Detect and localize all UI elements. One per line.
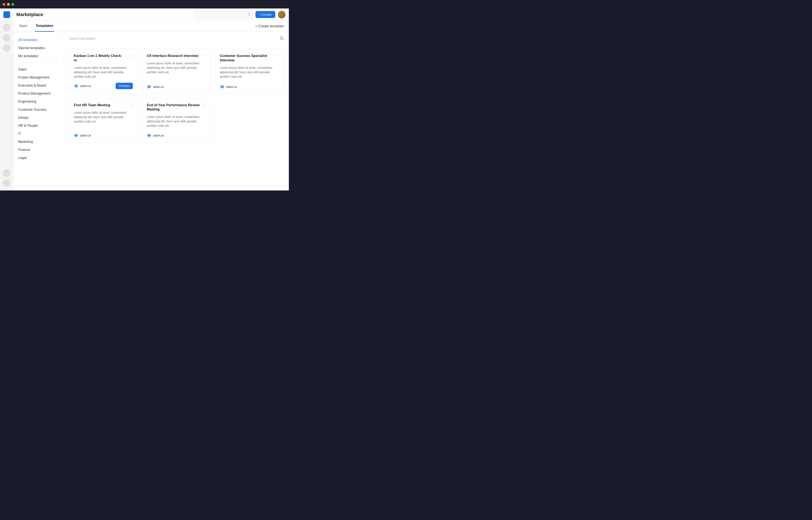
tab-apps[interactable]: Apps (18, 21, 28, 32)
app-logo[interactable] (3, 11, 10, 18)
brand-name-5: adam.ai (153, 134, 164, 137)
tabs-list: Apps Templates (18, 21, 54, 32)
logo-icon (4, 11, 10, 18)
sidebar-category-product[interactable]: Product Management (13, 89, 64, 98)
top-navigation: › Marketplace + Create (0, 8, 289, 21)
brand-name-2: adam.ai (153, 85, 164, 88)
sidebar-item-my-templates[interactable]: My templates (13, 52, 64, 60)
card-footer-4: adam.ai (74, 133, 133, 138)
brand-logo-1 (74, 84, 79, 88)
card-header-4: First HR Team Meeting ··· (74, 103, 133, 107)
card-footer-3: adam.ai (220, 84, 279, 89)
sidebar-category-it[interactable]: IT (13, 130, 64, 138)
template-card-4: First HR Team Meeting ··· Lorem ipsum do… (69, 98, 138, 142)
svg-line-6 (282, 39, 284, 40)
card-header-2: UX Interface Research Interview ··· (147, 54, 206, 58)
global-search-input[interactable] (194, 11, 253, 19)
close-button[interactable] (3, 3, 5, 6)
minimize-button[interactable] (7, 3, 10, 6)
more-options-icon-4[interactable]: ··· (130, 103, 133, 107)
maximize-button[interactable] (11, 3, 14, 6)
templates-sidebar: All templates Starred templates My templ… (13, 32, 64, 190)
card-title-row-3: Customer Success Specialist Interview (220, 54, 276, 63)
brand-logo-5 (147, 133, 151, 138)
card-description-1: Lorem ipsum dolor sit amet, consectetur … (74, 66, 133, 79)
more-options-icon-1[interactable]: ··· (130, 54, 133, 58)
left-sidebar (0, 21, 13, 190)
star-icon-1[interactable]: ☆ (126, 56, 130, 60)
avatar[interactable] (278, 11, 285, 19)
breadcrumb-chevron: › (13, 13, 14, 17)
tab-templates[interactable]: Templates (35, 21, 54, 32)
card-title-row-1: Kanban 1-on-1 Weekly Check-in ☆ (74, 54, 130, 63)
svg-line-4 (250, 15, 251, 16)
page-title: Marketplace (16, 12, 191, 17)
search-container (194, 11, 253, 19)
card-brand-5: adam.ai (147, 133, 164, 138)
brand-logo-3 (220, 84, 225, 89)
more-options-icon-5[interactable]: ··· (203, 103, 206, 107)
sidebar-category-customer-success[interactable]: Customer Success (13, 106, 64, 114)
sidebar-category-project[interactable]: Project Management (13, 73, 64, 81)
template-card-5: End of Year Performance Review Meeting ·… (142, 98, 211, 142)
svg-point-3 (248, 13, 250, 15)
card-title-3: Customer Success Specialist Interview (220, 54, 276, 63)
card-footer-2: adam.ai (147, 84, 206, 89)
create-button[interactable]: + Create (255, 11, 275, 18)
preview-button-1[interactable]: Preview (116, 83, 133, 89)
card-title-5: End of Year Performance Review Meeting (147, 103, 202, 112)
sidebar-category-design[interactable]: Design (13, 114, 64, 122)
sidebar-category-marketing[interactable]: Marketing (13, 138, 64, 146)
sidebar-category-engineering[interactable]: Engineering (13, 98, 64, 106)
sidebar-item-starred-templates[interactable]: Starred templates (13, 44, 64, 52)
sidebar-category-sales[interactable]: Sales (13, 66, 64, 73)
brand-name-4: adam.ai (80, 134, 91, 137)
card-footer-5: adam.ai (147, 133, 206, 138)
more-options-icon-3[interactable]: ··· (276, 54, 279, 58)
card-header-1: Kanban 1-on-1 Weekly Check-in ☆ ··· (74, 54, 133, 63)
card-description-3: Lorem ipsum dolor sit amet, consectetur … (220, 66, 279, 79)
create-template-button[interactable]: + Create template (255, 24, 284, 28)
sidebar-nav-icon-5[interactable] (3, 180, 10, 187)
card-brand-2: adam.ai (147, 84, 164, 89)
more-options-icon-2[interactable]: ··· (203, 54, 206, 58)
card-brand-4: adam.ai (74, 133, 91, 138)
card-brand-1: adam.ai (74, 84, 91, 88)
content-area: Apps Templates + Create template All tem… (13, 21, 289, 190)
brand-name-1: adam.ai (80, 84, 91, 87)
card-title-1: Kanban 1-on-1 Weekly Check-in (74, 54, 124, 63)
card-header-5: End of Year Performance Review Meeting ·… (147, 103, 206, 112)
card-description-4: Lorem ipsum dolor sit amet, consectetur … (74, 110, 133, 124)
titlebar (0, 0, 289, 8)
card-header-3: Customer Success Specialist Interview ··… (220, 54, 279, 63)
templates-search-icon[interactable] (280, 36, 284, 41)
card-title-row-2: UX Interface Research Interview (147, 54, 202, 58)
card-title-row-4: First HR Team Meeting (74, 103, 130, 107)
sidebar-nav-icon-3[interactable] (3, 44, 10, 52)
sidebar-nav-icon-2[interactable] (3, 34, 10, 42)
card-brand-3: adam.ai (220, 84, 237, 89)
sidebar-item-all-templates[interactable]: All templates (13, 36, 64, 44)
templates-search-bar: Search templates (69, 36, 284, 44)
sidebar-category-executive[interactable]: Executive & Board (13, 81, 64, 89)
sidebar-category-legal[interactable]: Legal (13, 154, 64, 162)
templates-layout: All templates Starred templates My templ… (13, 32, 289, 190)
sidebar-category-hr[interactable]: HR & People (13, 122, 64, 130)
card-description-2: Lorem ipsum dolor sit amet, consectetur … (147, 61, 206, 75)
brand-name-3: adam.ai (226, 85, 237, 88)
templates-main: Search templates (64, 32, 289, 190)
templates-grid: Kanban 1-on-1 Weekly Check-in ☆ ··· Lore… (69, 49, 284, 142)
sidebar-category-finance[interactable]: Finance (13, 146, 64, 154)
card-title-row-5: End of Year Performance Review Meeting (147, 103, 202, 112)
card-footer-1: adam.ai Preview (74, 83, 133, 89)
template-card-3: Customer Success Specialist Interview ··… (215, 49, 284, 94)
tabs-bar: Apps Templates + Create template (13, 21, 289, 32)
card-title-4: First HR Team Meeting (74, 103, 110, 107)
search-icon (247, 12, 251, 17)
card-description-5: Lorem ipsum dolor sit amet, consectetur … (147, 115, 206, 128)
templates-search-placeholder: Search templates (69, 37, 95, 41)
brand-logo-4 (74, 133, 79, 138)
brand-logo-2 (147, 84, 151, 89)
sidebar-nav-icon-1[interactable] (3, 24, 10, 31)
sidebar-nav-icon-4[interactable] (3, 169, 10, 177)
